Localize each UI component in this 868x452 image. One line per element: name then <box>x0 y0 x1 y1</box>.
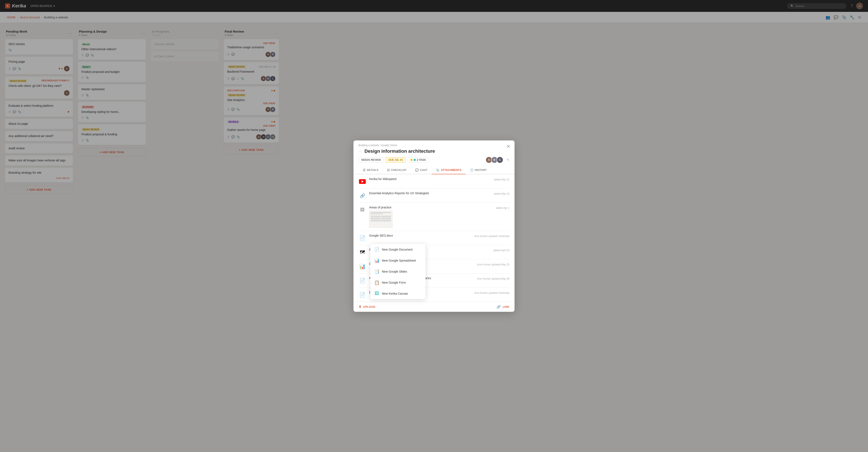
attachment-item-4: 📄 Google SEO.docx Arun Kumar updated Yes… <box>359 231 509 245</box>
assignee-avatar-3[interactable]: C <box>497 157 503 163</box>
star-icon[interactable]: ☆ <box>359 149 362 154</box>
attachment-item-1: Kerika for Wikispeed added Mar 12 <box>359 174 509 189</box>
tag-dot-yellow <box>410 159 412 161</box>
new-google-doc-item[interactable]: 📄 New Google Document <box>370 244 426 255</box>
status-button[interactable]: NEEDS REVIEW <box>359 157 383 163</box>
image-icon: 🖼 <box>359 206 366 214</box>
youtube-icon <box>359 178 366 185</box>
due-date-button[interactable]: DUE JUL 01 <box>386 157 406 163</box>
link-footer-icon: 🔗 <box>497 305 501 309</box>
assignees-row: A B C <box>486 157 503 163</box>
google-doc-icon-2: 📄 <box>359 277 366 285</box>
close-modal-button[interactable]: ✕ <box>506 144 510 149</box>
tab-history[interactable]: 🕐 HISTORY <box>466 166 491 174</box>
upload-icon: ⬆ <box>359 305 362 309</box>
link-button[interactable]: 🔗 LINK <box>497 305 509 309</box>
gsheet-icon: 📊 <box>374 258 379 263</box>
gdoc-icon: 📄 <box>374 247 379 252</box>
tab-checklist[interactable]: ☑ CHECKLIST <box>383 166 411 174</box>
google-doc-icon: 📄 <box>359 234 366 242</box>
edit-assignees-icon[interactable]: ✎ <box>507 158 509 162</box>
tags-button[interactable]: 2 TAGS <box>408 157 429 163</box>
google-doc-icon-3: 📄 <box>359 291 366 299</box>
google-slides-icon: 📊 <box>359 263 366 270</box>
new-google-spreadsheet-item[interactable]: 📊 New Google Spreadsheet <box>370 255 426 266</box>
tab-chat[interactable]: 💬 CHAT <box>411 166 432 174</box>
modal-title: Design information architecture <box>365 149 509 154</box>
attachment-item-3: 🖼 Areas of practice adde <box>359 203 509 231</box>
map-icon: 🗺 <box>359 249 366 256</box>
gform-icon: 📋 <box>374 280 379 285</box>
new-google-form-item[interactable]: 📋 New Google Form <box>370 277 426 288</box>
tab-details[interactable]: ☰ DETAILS <box>359 166 383 174</box>
tag-dot-teal <box>414 159 416 161</box>
tab-attachments[interactable]: 📎 ATTACHMENTS <box>432 166 466 174</box>
new-file-dropdown: 📄 New Google Document 📊 New Google Sprea… <box>370 244 426 299</box>
modal-title-row: ☆ Design information architecture <box>353 147 515 157</box>
kerika-canvas-icon: 🖼 <box>374 291 379 296</box>
modal-toolbar: NEEDS REVIEW DUE JUL 01 2 TAGS A B C ✎ <box>353 157 515 166</box>
modal-footer: ⬆ UPLOAD 🔗 LINK 📄 New Google Document 📊 <box>353 302 515 312</box>
upload-button[interactable]: ⬆ UPLOAD <box>359 305 375 309</box>
task-detail-modal: Building a website / Quality Check ☆ Des… <box>353 140 515 312</box>
new-google-slides-item[interactable]: 📑 New Google Slides <box>370 266 426 277</box>
attachment-item-2: 🔗 Essential Analytics Reports for UX Str… <box>359 189 509 203</box>
gslides-icon: 📑 <box>374 269 379 274</box>
modal-tabs: ☰ DETAILS ☑ CHECKLIST 💬 CHAT 📎 ATTACHMEN… <box>353 166 515 174</box>
modal-overlay: Building a website / Quality Check ☆ Des… <box>0 0 868 452</box>
new-kerika-canvas-item[interactable]: 🖼 New Kerika Canvas <box>370 288 426 299</box>
link-icon: 🔗 <box>359 192 366 199</box>
modal-breadcrumb: Building a website / Quality Check <box>353 140 515 147</box>
attachment-preview <box>369 211 393 228</box>
